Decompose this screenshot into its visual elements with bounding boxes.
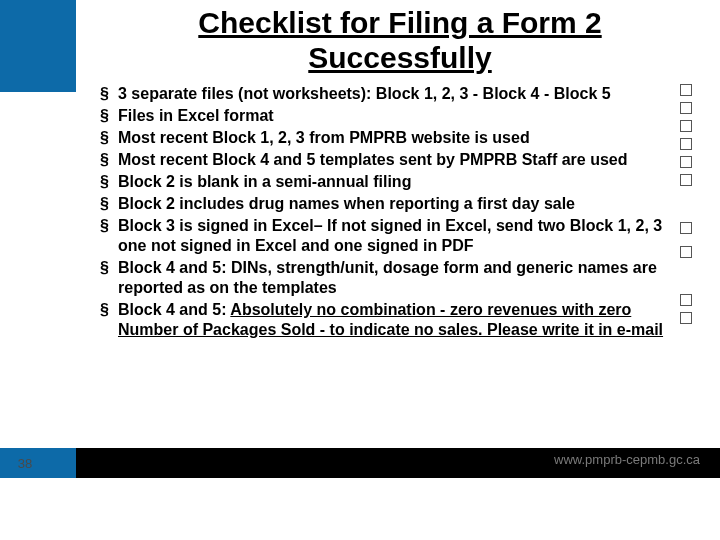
list-item: Block 3 is signed in Excel– If not signe… [100, 216, 670, 256]
checkbox-icon [680, 102, 692, 114]
list-item: Block 2 is blank in a semi-annual filing [100, 172, 670, 192]
list-item: Most recent Block 1, 2, 3 from PMPRB web… [100, 128, 670, 148]
spacer [680, 264, 698, 294]
bullet-text: Most recent Block 1, 2, 3 from PMPRB web… [118, 129, 530, 146]
checkbox-icon [680, 294, 692, 306]
checkbox-icon [680, 120, 692, 132]
slide: Checklist for Filing a Form 2 Successful… [0, 0, 720, 540]
bullet-text: Files in Excel format [118, 107, 274, 124]
spacer [680, 192, 698, 222]
rail-accent-top [0, 0, 76, 92]
checkbox-icon [680, 174, 692, 186]
list-item: Most recent Block 4 and 5 templates sent… [100, 150, 670, 170]
bullet-text: Most recent Block 4 and 5 templates sent… [118, 151, 627, 168]
rail-mid [0, 92, 76, 448]
content-area: 3 separate files (not worksheets): Block… [100, 84, 670, 342]
list-item: Block 2 includes drug names when reporti… [100, 194, 670, 214]
bullet-list: 3 separate files (not worksheets): Block… [100, 84, 670, 340]
bullet-text: Block 4 and 5: DINs, strength/unit, dosa… [118, 259, 657, 296]
page-number: 38 [0, 456, 50, 471]
checkbox-icon [680, 138, 692, 150]
list-item: Files in Excel format [100, 106, 670, 126]
checkbox-icon [680, 84, 692, 96]
checkbox-icon [680, 222, 692, 234]
footer-url: www.pmprb-cepmb.gc.ca [554, 452, 700, 467]
bullet-prefix: Block 4 and 5: [118, 301, 230, 318]
checkbox-icon [680, 312, 692, 324]
list-item: Block 4 and 5: DINs, strength/unit, dosa… [100, 258, 670, 298]
bullet-text: Block 2 is blank in a semi-annual filing [118, 173, 411, 190]
list-item: 3 separate files (not worksheets): Block… [100, 84, 670, 104]
bullet-text: Block 2 includes drug names when reporti… [118, 195, 575, 212]
bullet-text: Block 3 is signed in Excel– If not signe… [118, 217, 662, 254]
list-item: Block 4 and 5: Absolutely no combination… [100, 300, 670, 340]
bullet-text: 3 separate files (not worksheets): Block… [118, 85, 611, 102]
checkbox-icon [680, 246, 692, 258]
checkbox-column [680, 84, 698, 330]
checkbox-icon [680, 156, 692, 168]
slide-title: Checklist for Filing a Form 2 Successful… [120, 6, 680, 75]
